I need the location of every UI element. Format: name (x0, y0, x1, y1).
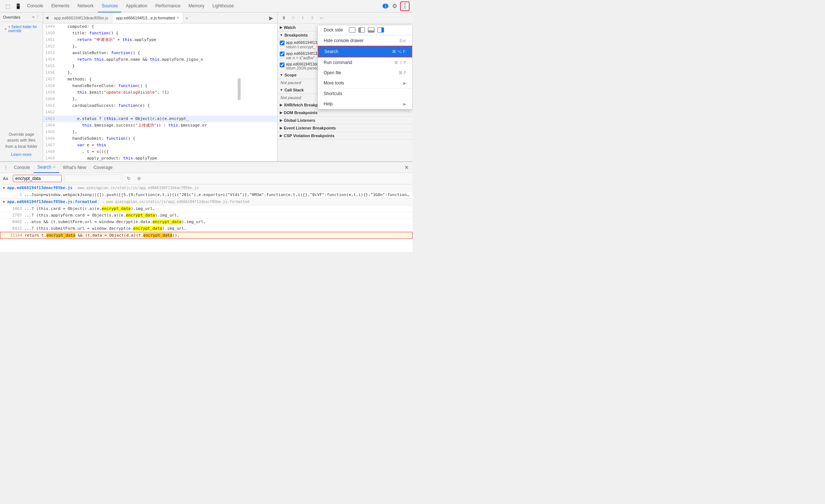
inspect-toggle-btn[interactable]: ⬚ (3, 1, 12, 11)
code-line-1462: 1462 (43, 109, 277, 116)
scrollbar-thumb[interactable] (238, 78, 241, 100)
sidebar-header: Overrides » ⋮ (0, 12, 43, 22)
code-line-1464: 1464 this.$message.success("上传成功")) : th… (43, 122, 277, 129)
sidebar-more-btn[interactable]: » (32, 15, 34, 19)
hide-console-item[interactable]: Hide console drawer Esc (318, 35, 412, 46)
open-file-item[interactable]: Open file ⌘ P (318, 68, 412, 78)
bottom-tab-console[interactable]: Console (10, 162, 34, 173)
tab-elements[interactable]: Elements (48, 0, 73, 12)
search-divider (10, 176, 11, 181)
pause-btn[interactable]: ⏸ (280, 14, 288, 22)
code-line-1466: 1466 handleSubmit: function() { (43, 135, 277, 142)
run-command-item[interactable]: Run command ⌘ ⇧ P (318, 57, 412, 68)
refresh-search-btn[interactable]: ↻ (125, 174, 133, 183)
bottom-panel-close-btn[interactable]: ✕ (402, 165, 411, 170)
case-sensitive-btn[interactable]: Aa (3, 176, 8, 181)
breakpoint-checkbox-1[interactable] (280, 41, 285, 45)
breakpoint-checkbox-3[interactable] (280, 63, 285, 67)
code-line-1459: 1459 this.$emit("update:dialogVisible", … (43, 89, 277, 96)
help-arrow-icon: ▶ (403, 102, 406, 106)
code-line-1460: 1460 }, (43, 96, 277, 102)
replace-input-container (64, 174, 123, 183)
search-toolbar: Aa ↻ ⊘ (0, 173, 412, 184)
result-file-arrow-2: ▼ (3, 200, 5, 204)
result-line-8422[interactable]: 8422 ...? (this.submitForm.url = window.… (0, 225, 412, 232)
result-file-url-2: — www.qimingpian.cn/static/js/app.ed6661… (102, 200, 249, 204)
event-listener-section-header[interactable]: ▶ Event Listener Breakpoints (278, 124, 412, 132)
csp-section-header[interactable]: ▶ CSP Violation Breakpoints (278, 132, 412, 140)
help-item[interactable]: Help ▶ (318, 99, 412, 109)
code-line-1449: 1449 computed: { (43, 23, 277, 30)
result-code-8422: ...? (this.submitForm.url = window.decry… (24, 226, 187, 231)
file-tabs: ◀ app.ed666194f13deacf05be.js app.ed6661… (43, 12, 277, 23)
result-line-1463[interactable]: 1463 ...? (this.card = Object(r.a)(e.enc… (0, 206, 412, 212)
add-folder-btn[interactable]: + + Select folder for override (1, 23, 41, 34)
sidebar-menu-btn[interactable]: ⋮ (36, 15, 40, 19)
breakpoints-section-label: Breakpoints (285, 33, 308, 37)
global-section-label: Global Listeners (284, 118, 315, 123)
run-snippet-btn[interactable]: ▶ (266, 13, 276, 23)
search-tab-close-icon[interactable]: ✕ (53, 165, 56, 169)
result-linenum-1: 1 (9, 192, 22, 197)
global-section-header[interactable]: ▶ Global Listeners (278, 117, 412, 124)
context-menu: Dock side Hide console drawer Esc Search… (317, 25, 412, 109)
more-btn[interactable]: ⋮ (400, 1, 410, 11)
search-input[interactable] (15, 176, 59, 181)
step-into-btn[interactable]: ⬇ (299, 14, 307, 22)
csp-arrow-icon: ▶ (280, 134, 282, 138)
tab-network[interactable]: Network (74, 0, 97, 12)
bottom-tab-coverage[interactable]: Coverage (90, 162, 116, 173)
dock-side-label: Dock side (324, 27, 343, 33)
call-stack-arrow-icon: ▼ (280, 88, 283, 92)
tab-lighthouse[interactable]: Lighthouse (209, 0, 238, 12)
more-tools-item[interactable]: More tools ▶ (318, 78, 412, 88)
file-tab-minified[interactable]: app.ed666194f13deacf05be.js (50, 12, 112, 23)
dock-right-btn[interactable] (377, 27, 384, 33)
clear-search-btn[interactable]: ⊘ (135, 174, 143, 183)
result-file-header-2[interactable]: ▼ app.ed666194f13deacf05be.js:formatted … (0, 198, 412, 206)
devtools-topbar: ⬚ 📱 Console Elements Network Sources App… (0, 0, 412, 12)
dock-undock-btn[interactable] (349, 27, 355, 33)
file-tabs-more[interactable]: » (183, 16, 190, 20)
result-file-header-1[interactable]: ▼ app.ed666194f13deacf05be.js www.qiming… (0, 184, 412, 192)
settings-btn[interactable]: ⚙ (390, 1, 399, 11)
xhr-arrow-icon: ▶ (280, 103, 282, 107)
scope-arrow-icon: ▼ (280, 73, 283, 77)
device-toggle-btn[interactable]: 📱 (13, 1, 23, 11)
tab-performance[interactable]: Performance (152, 0, 184, 12)
result-line-2707[interactable]: 2707 ...? (this.applyForm.card = Object(… (0, 212, 412, 219)
dock-side-section: Dock side (318, 25, 412, 35)
step-btn[interactable]: ⏭ (318, 14, 326, 22)
code-line-1453: 1453 avalibleButton: function() { (43, 50, 277, 56)
file-tab-formatted[interactable]: app.ed666194f13...e.js:formatted ✕ (112, 12, 183, 23)
code-line-1451: 1451 return "申请演示" + this.applyType (43, 37, 277, 43)
result-line-8402[interactable]: 8402 ...atus && (t.submitForm.url = wind… (0, 219, 412, 225)
step-over-btn[interactable]: ⟳ (289, 14, 297, 22)
tab-application[interactable]: Application (122, 0, 151, 12)
bottom-tab-whats-new[interactable]: What's New (59, 162, 90, 173)
bottom-tab-search[interactable]: Search ✕ (34, 162, 59, 173)
debugger-toolbar: ⏸ ⟳ ⬇ ⬆ ⏭ (278, 12, 412, 24)
bottom-panel: ⋮ Console Search ✕ What's New Coverage ✕… (0, 161, 412, 252)
tab-sources[interactable]: Sources (98, 0, 121, 12)
result-line-11164[interactable]: 11164 return t.encrypt_data && (t.data =… (0, 232, 412, 239)
breakpoint-checkbox-2[interactable] (280, 52, 285, 56)
watch-section-label: Watch (284, 25, 296, 30)
tab-console[interactable]: Console (23, 0, 47, 12)
code-line-1469: 1469 apply_product: this.applyType (43, 155, 277, 162)
learn-more-link[interactable]: Learn more (11, 152, 31, 157)
result-line-file1-1[interactable]: 1 ...Jsonp=window.webpackJsonp||[]).push… (0, 192, 412, 198)
tab-memory[interactable]: Memory (185, 0, 208, 12)
code-line-1467: 1467 var e = this (43, 142, 277, 148)
shortcuts-item[interactable]: Shortcuts (318, 89, 412, 99)
bottom-panel-menu[interactable]: ⋮ (1, 165, 10, 170)
dom-section-header[interactable]: ▶ DOM Breakpoints (278, 109, 412, 117)
dock-left-btn[interactable] (358, 27, 365, 33)
result-file-url-1: www.qimingpian.cn/static/js/app.ed666194… (78, 186, 199, 190)
step-out-btn[interactable]: ⬆ (308, 14, 316, 22)
dock-bottom-btn[interactable] (368, 27, 374, 33)
file-nav-back[interactable]: ◀ (43, 15, 50, 20)
search-item[interactable]: Search ⌘ ⌥ F (318, 46, 412, 57)
result-file-arrow-1: ▼ (3, 186, 5, 190)
file-tab-close-icon[interactable]: ✕ (176, 16, 179, 20)
